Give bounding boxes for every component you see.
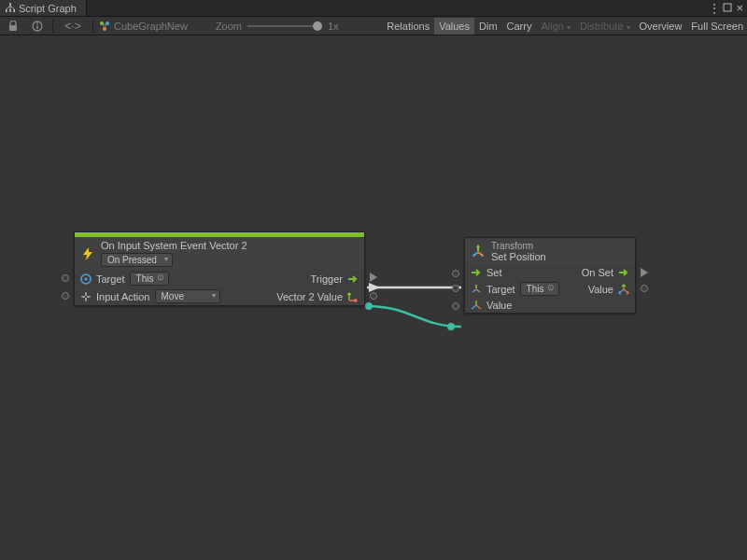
target-label: Target <box>486 284 515 295</box>
transform-icon <box>471 284 482 295</box>
variables-button[interactable]: <·> <box>59 19 87 34</box>
svg-rect-5 <box>9 25 17 31</box>
zoom-label: Zoom <box>216 21 242 32</box>
node-category: Transform <box>491 241 546 251</box>
port-onset-out[interactable] <box>641 268 648 277</box>
toolbar-relations[interactable]: Relations <box>382 18 434 35</box>
flow-out-icon <box>618 267 629 278</box>
node-title: Set Position <box>491 251 546 262</box>
window-menu-icon[interactable]: ⋮ <box>709 2 719 15</box>
svg-rect-7 <box>36 25 37 29</box>
svg-rect-0 <box>9 3 11 6</box>
toolbar-values[interactable]: Values <box>434 18 474 35</box>
svg-marker-18 <box>476 245 480 247</box>
svg-rect-1 <box>6 8 7 11</box>
value-out-label: Value <box>588 284 613 295</box>
chevron-down-icon: ▾ <box>567 23 571 32</box>
zoom-handle[interactable] <box>313 21 322 31</box>
value-in-label: Value <box>486 300 512 311</box>
vector3-icon <box>618 284 629 295</box>
onset-out-label: On Set <box>582 267 613 278</box>
tab-title: Script Graph <box>19 3 77 14</box>
port-target-in[interactable] <box>452 285 459 292</box>
svg-point-13 <box>365 302 373 310</box>
target-label: Target <box>96 273 125 285</box>
toolbar-fullscreen[interactable]: Full Screen <box>686 18 743 35</box>
info-button[interactable] <box>28 19 47 34</box>
port-vector2-out[interactable] <box>370 292 377 300</box>
target-icon <box>80 273 92 285</box>
port-value-out[interactable] <box>641 285 648 292</box>
chevron-down-icon: ▾ <box>627 23 630 32</box>
port-trigger-out[interactable] <box>370 273 377 282</box>
port-set-in[interactable] <box>452 270 459 277</box>
transform-icon <box>471 245 486 259</box>
toolbar-overview[interactable]: Overview <box>635 18 687 35</box>
svg-point-8 <box>36 22 38 24</box>
window-maximize-icon[interactable] <box>723 3 732 14</box>
input-action-icon <box>80 291 92 302</box>
node-set-position[interactable]: Transform Set Position Set On Set <box>464 237 636 314</box>
node-on-input-event[interactable]: On Input System Event Vector 2 On Presse… <box>74 231 365 306</box>
target-dropdown[interactable]: This <box>520 282 560 296</box>
vector2-icon <box>347 291 359 302</box>
toolbar-distribute[interactable]: Distribute ▾ <box>575 18 635 35</box>
input-action-dropdown[interactable]: Move <box>155 289 220 303</box>
toolbar-carry[interactable]: Carry <box>502 18 537 35</box>
svg-point-11 <box>103 27 106 31</box>
svg-marker-12 <box>369 283 380 292</box>
svg-rect-4 <box>724 4 731 11</box>
svg-point-17 <box>84 277 87 280</box>
svg-rect-2 <box>9 8 11 11</box>
trigger-out-label: Trigger <box>311 273 343 285</box>
port-input-action-in[interactable] <box>62 292 69 300</box>
window-tab[interactable]: Script Graph <box>0 0 87 16</box>
vector3-icon <box>471 300 482 311</box>
svg-point-14 <box>447 323 455 330</box>
graph-icon <box>6 3 15 14</box>
zoom-slider[interactable] <box>247 25 322 27</box>
set-in-label: Set <box>486 267 502 278</box>
svg-rect-3 <box>13 8 15 11</box>
toolbar-align[interactable]: Align ▾ <box>536 18 575 35</box>
port-value-in[interactable] <box>452 302 459 310</box>
svg-marker-15 <box>83 247 92 260</box>
lightning-icon <box>80 246 95 261</box>
vector2-out-label: Vector 2 Value <box>276 291 343 302</box>
lock-button[interactable] <box>4 19 22 34</box>
trigger-mode-dropdown[interactable]: On Pressed <box>101 253 173 267</box>
graph-asset-icon <box>99 21 110 32</box>
port-target-in[interactable] <box>62 274 69 282</box>
breadcrumb[interactable]: CubeGraphNew <box>99 21 188 32</box>
input-action-label: Input Action <box>96 291 150 302</box>
window-close-icon[interactable]: × <box>736 1 743 15</box>
zoom-value: 1x <box>328 21 339 32</box>
toolbar-dim[interactable]: Dim <box>474 18 502 35</box>
flow-out-icon <box>347 273 359 285</box>
flow-in-icon <box>471 267 482 278</box>
node-title: On Input System Event Vector 2 <box>101 240 247 251</box>
target-dropdown[interactable]: This <box>130 272 170 286</box>
graph-canvas[interactable]: On Input System Event Vector 2 On Presse… <box>0 35 747 560</box>
wire-vector2 <box>367 306 461 327</box>
breadcrumb-label: CubeGraphNew <box>114 21 188 32</box>
